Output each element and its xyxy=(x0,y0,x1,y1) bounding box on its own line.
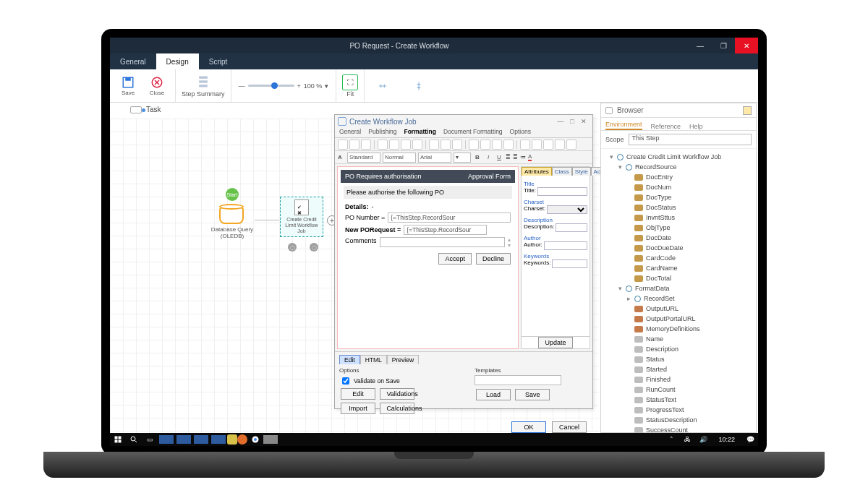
dialog-cancel-button[interactable]: Cancel xyxy=(552,421,587,433)
prop-tab-style[interactable]: Style xyxy=(572,167,591,176)
tb-icon[interactable] xyxy=(378,139,388,150)
decline-button[interactable]: Decline xyxy=(476,253,511,265)
accept-button[interactable]: Accept xyxy=(438,253,472,265)
tb-icon[interactable] xyxy=(338,139,348,150)
tree-field-cardcode[interactable]: CardCode xyxy=(604,253,753,263)
prop-author-input[interactable] xyxy=(544,241,587,250)
view-tab-preview[interactable]: Preview xyxy=(387,355,419,364)
node-pin-b[interactable]: ◌ xyxy=(310,243,318,252)
taskbar-app[interactable] xyxy=(237,434,247,445)
tree-field-docnum[interactable]: DocNum xyxy=(604,182,753,192)
tab-general[interactable]: General xyxy=(110,53,156,69)
browser-tree[interactable]: ▾Create Credit Limit Workflow Job▾Record… xyxy=(601,149,756,433)
align-left-icon[interactable]: ≣ xyxy=(506,154,511,160)
minimize-button[interactable]: — xyxy=(689,38,712,53)
tree-field-cardname[interactable]: CardName xyxy=(604,263,753,273)
dlg-tab-general[interactable]: General xyxy=(339,128,361,137)
prop-tab-class[interactable]: Class xyxy=(552,167,572,176)
tray-up-icon[interactable]: ˄ xyxy=(663,433,679,446)
dialog-maximize-button[interactable]: □ xyxy=(566,116,578,126)
tree-field-status[interactable]: Status xyxy=(604,354,753,364)
dlg-tab-formatting[interactable]: Formatting xyxy=(404,128,435,137)
tree-field-invntsttus[interactable]: InvntSttus xyxy=(604,212,753,223)
tray-sound-icon[interactable]: 🔊 xyxy=(695,433,711,446)
view-tab-edit[interactable]: Edit xyxy=(339,355,360,364)
tree-field-docdate[interactable]: DocDate xyxy=(604,233,753,243)
tb-icon[interactable] xyxy=(532,139,542,150)
taskview-icon[interactable]: ▭ xyxy=(142,433,158,446)
prop-tab-attributes[interactable]: Attributes xyxy=(522,167,552,176)
dialog-close-button[interactable]: ✕ xyxy=(578,116,590,126)
tb-icon[interactable] xyxy=(361,139,371,150)
tb-icon[interactable] xyxy=(503,139,514,150)
zoom-minus-button[interactable]: — xyxy=(239,82,245,90)
tb-icon[interactable] xyxy=(543,139,553,150)
italic-button[interactable]: I xyxy=(484,154,493,160)
tb-icon[interactable] xyxy=(441,139,451,150)
dlg-tab-options[interactable]: Options xyxy=(510,128,531,137)
design-canvas[interactable]: Start Database Query (OLEDB) Create Cred… xyxy=(110,119,599,433)
browser-tab-env[interactable]: Environment xyxy=(605,121,642,130)
tree-root[interactable]: ▾Create Credit Limit Workflow Job xyxy=(604,152,753,162)
tpl-load-button[interactable]: Load xyxy=(476,389,511,400)
tb-icon[interactable] xyxy=(401,139,411,150)
tree-recordset[interactable]: ▸RecordSet xyxy=(604,293,753,304)
tab-script[interactable]: Script xyxy=(199,53,238,69)
maximize-button[interactable]: ❐ xyxy=(712,38,735,53)
opt-calculations-button[interactable]: Calculations xyxy=(380,403,414,414)
zoom-slider[interactable] xyxy=(248,85,294,87)
browser-tab-ref[interactable]: Reference xyxy=(651,123,681,130)
save-button[interactable]: Save xyxy=(116,72,140,100)
tree-field-progresstext[interactable]: ProgressText xyxy=(604,405,753,415)
tree-field-statusdescription[interactable]: StatusDescription xyxy=(604,415,753,425)
po-number-input[interactable] xyxy=(388,212,511,223)
zoom-plus-button[interactable]: + xyxy=(297,82,301,90)
tray-network-icon[interactable]: 🖧 xyxy=(679,433,695,446)
opt-edit-button[interactable]: Edit xyxy=(341,388,375,400)
tb-icon[interactable] xyxy=(412,139,422,150)
bullet-list-icon[interactable]: ≔ xyxy=(520,154,526,160)
align-center-icon[interactable]: ≣ xyxy=(513,154,518,160)
node-create-workflow[interactable]: Create Credit Limit Workflow Job xyxy=(281,197,323,237)
step-summary-button[interactable]: Step Summary xyxy=(176,69,231,103)
fit-button[interactable]: ⛶ Fit xyxy=(336,69,365,103)
align-vertical-button[interactable] xyxy=(401,69,437,103)
font-select[interactable]: Arial xyxy=(418,153,451,163)
opt-validations-button[interactable]: Validations xyxy=(380,388,414,400)
node-database-query[interactable]: Start Database Query (OLEDB) xyxy=(211,188,253,240)
templates-dropdown[interactable] xyxy=(475,375,561,385)
taskbar-app[interactable] xyxy=(194,435,208,444)
underline-button[interactable]: U xyxy=(495,154,503,160)
text-color-icon[interactable]: A xyxy=(528,153,532,161)
prop-title-input[interactable] xyxy=(537,187,587,196)
tb-icon[interactable] xyxy=(452,139,462,150)
taskbar-clock[interactable]: 10:22 xyxy=(711,436,742,443)
new-request-input[interactable] xyxy=(404,225,487,235)
tree-field-started[interactable]: Started xyxy=(604,364,753,374)
zoom-dropdown-button[interactable]: ▾ xyxy=(325,82,328,90)
tree-field-statustext[interactable]: StatusText xyxy=(604,395,753,405)
tb-icon[interactable] xyxy=(349,139,359,150)
browser-tab-help[interactable]: Help xyxy=(689,123,703,130)
tree-field-doctype[interactable]: DocType xyxy=(604,192,753,202)
taskbar-app[interactable] xyxy=(263,435,278,444)
dlg-tab-publishing[interactable]: Publishing xyxy=(368,128,396,137)
tree-field-docduedate[interactable]: DocDueDate xyxy=(604,243,753,253)
prop-desc-input[interactable] xyxy=(556,223,587,232)
tree-field-objtype[interactable]: ObjType xyxy=(604,223,753,233)
view-tab-html[interactable]: HTML xyxy=(360,355,387,364)
taskbar-app[interactable] xyxy=(159,435,174,444)
update-button[interactable]: Update xyxy=(538,337,572,348)
scope-select[interactable]: This Step xyxy=(629,134,752,145)
tree-recordsource[interactable]: ▾RecordSource xyxy=(604,162,753,172)
dialog-minimize-button[interactable]: — xyxy=(555,116,566,126)
notifications-icon[interactable]: 💬 xyxy=(742,433,758,446)
dlg-tab-docfmt[interactable]: Document Formatting xyxy=(443,128,503,137)
tb-icon[interactable] xyxy=(480,139,490,150)
comments-input[interactable] xyxy=(380,237,505,247)
close-button[interactable]: ✕ xyxy=(735,38,758,53)
taskbar-app[interactable] xyxy=(227,434,237,445)
tb-icon[interactable] xyxy=(520,139,530,150)
node-pin-a[interactable]: ◌ xyxy=(288,243,297,252)
tree-field-successcount[interactable]: SuccessCount xyxy=(604,425,753,433)
